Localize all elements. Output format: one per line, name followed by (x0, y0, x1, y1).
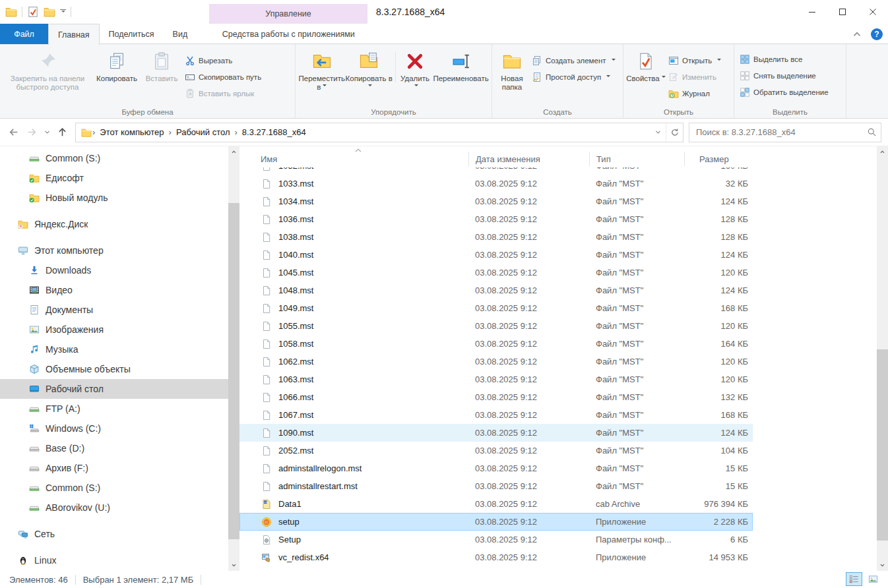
breadcrumb-desktop[interactable]: Рабочий стол (172, 127, 234, 137)
scroll-down-arrow-icon[interactable] (877, 560, 888, 571)
file-row[interactable]: 1Сsetup03.08.2025 9:12Приложение2 228 КБ (239, 513, 753, 531)
file-row[interactable]: 1045.mst03.08.2025 9:12Файл "MST"120 КБ (239, 264, 753, 281)
file-row[interactable]: 1048.mst03.08.2025 9:12Файл "MST"124 КБ (239, 281, 753, 299)
cut-button[interactable]: Вырезать (182, 53, 264, 67)
file-row[interactable]: 2052.mst03.08.2025 9:12Файл "MST"104 КБ (239, 442, 753, 459)
qat-properties-button[interactable] (27, 6, 39, 18)
tab-share[interactable]: Поделиться (100, 24, 164, 44)
recent-locations-button[interactable] (41, 123, 53, 142)
file-row[interactable]: vc_redist.x6403.08.2025 9:12Приложение14… (239, 548, 753, 566)
close-button[interactable] (858, 0, 888, 24)
tab-home[interactable]: Главная (48, 24, 100, 45)
sidebar-item[interactable]: Windows (C:) (0, 419, 228, 438)
qat-new-folder-button[interactable] (44, 6, 55, 18)
sidebar-item[interactable]: Сеть (0, 524, 228, 544)
copy-to-button[interactable]: Копировать в (345, 48, 392, 92)
edit-button[interactable]: Изменить (666, 70, 724, 84)
search-icon[interactable] (867, 127, 877, 137)
column-header-date[interactable]: Дата изменения (468, 152, 589, 166)
copy-button[interactable]: Копировать (92, 48, 141, 100)
scrollbar-thumb[interactable] (877, 349, 888, 541)
tab-file[interactable]: Файл (0, 24, 48, 44)
select-none-button[interactable]: Снять выделение (737, 69, 831, 82)
sidebar-item[interactable]: Common (S:) (0, 478, 228, 498)
file-row[interactable]: 1036.mst03.08.2025 9:12Файл "MST"128 КБ (239, 210, 753, 228)
back-button[interactable] (4, 123, 22, 142)
select-all-button[interactable]: Выделить все (737, 52, 831, 66)
qat-customize-button[interactable] (60, 9, 66, 15)
sidebar-item[interactable]: FTP (A:) (0, 399, 228, 419)
scroll-down-arrow-icon[interactable] (228, 560, 239, 571)
maximize-button[interactable] (827, 0, 858, 24)
sidebar-item[interactable]: Изображения (0, 320, 228, 339)
properties-button[interactable]: Свойства (626, 48, 666, 100)
file-row[interactable]: 1090.mst03.08.2025 9:12Файл "MST"124 КБ (239, 424, 753, 442)
sidebar-item[interactable]: Архив (F:) (0, 458, 228, 478)
invert-selection-button[interactable]: Обратить выделение (737, 85, 831, 99)
file-row[interactable]: 1040.mst03.08.2025 9:12Файл "MST"124 КБ (239, 246, 753, 264)
sidebar-item[interactable]: Видео (0, 280, 228, 300)
sidebar-item[interactable]: Downloads (0, 260, 228, 280)
file-row[interactable]: 1033.mst03.08.2025 9:12Файл "MST"32 КБ (239, 175, 753, 192)
move-to-button[interactable]: Переместить в (298, 48, 345, 92)
sidebar-item[interactable]: Этот компьютер (0, 241, 228, 260)
file-row[interactable]: 1055.mst03.08.2025 9:12Файл "MST"120 КБ (239, 317, 753, 335)
file-row[interactable]: Setup03.08.2025 9:12Параметры конф...6 К… (239, 531, 753, 548)
sidebar-item[interactable]: Рабочий стол (0, 379, 228, 399)
search-input[interactable] (696, 127, 867, 137)
tab-view[interactable]: Вид (164, 24, 197, 44)
paste-shortcut-button[interactable]: Вставить ярлык (182, 86, 264, 100)
sidebar-item[interactable]: Объемные объекты (0, 359, 228, 379)
scroll-up-arrow-icon[interactable] (877, 146, 888, 158)
sidebar-item[interactable]: Base (D:) (0, 438, 228, 458)
file-row[interactable]: 1067.mst03.08.2025 9:12Файл "MST"168 КБ (239, 406, 753, 424)
column-header-name[interactable]: Имя (239, 154, 468, 164)
file-row[interactable]: adminstallrelogon.mst03.08.2025 9:12Файл… (239, 459, 753, 477)
scroll-up-arrow-icon[interactable] (228, 146, 239, 158)
sidebar-item[interactable]: Common (S:) (0, 148, 228, 168)
sidebar-item[interactable]: Едисофт (0, 168, 228, 188)
scrollbar-thumb[interactable] (228, 203, 239, 539)
list-scrollbar[interactable] (877, 146, 888, 571)
sidebar-item[interactable]: Новый модуль (0, 188, 228, 208)
file-row[interactable]: 1049.mst03.08.2025 9:12Файл "MST"168 КБ (239, 299, 753, 317)
paste-button[interactable]: Вставить (141, 48, 182, 100)
sidebar-item[interactable]: ABorovikov (U:) (0, 498, 228, 517)
column-header-type[interactable]: Тип (589, 152, 684, 166)
new-folder-button[interactable]: Новая папка (495, 48, 529, 92)
file-row[interactable]: 1066.mst03.08.2025 9:12Файл "MST"132 КБ (239, 388, 753, 406)
breadcrumb-this-pc[interactable]: Этот компьютер (96, 127, 168, 137)
refresh-button[interactable] (666, 123, 683, 142)
sidebar-item[interactable]: Музыка (0, 339, 228, 359)
up-button[interactable] (53, 123, 71, 142)
file-row[interactable]: 1032.mst03.08.2025 9:12Файл "MST"160 КБ (239, 167, 753, 175)
address-bar[interactable]: › Этот компьютер › Рабочий стол › 8.3.27… (75, 123, 683, 142)
open-button[interactable]: Открыть (666, 53, 724, 67)
easy-access-button[interactable]: Простой доступ (529, 70, 618, 84)
copy-path-button[interactable]: \\... Скопировать путь (182, 70, 264, 84)
file-row[interactable]: caData103.08.2025 9:12cab Archive976 394… (239, 495, 753, 513)
pin-to-quick-access-button[interactable]: Закрепить на панели быстрого доступа (3, 48, 92, 100)
address-dropdown-button[interactable] (650, 123, 666, 142)
tab-app-tools[interactable]: Средства работы с приложениями (211, 24, 365, 44)
thumbnails-view-button[interactable] (865, 572, 881, 586)
minimize-button[interactable] (797, 0, 827, 24)
breadcrumb-current-folder[interactable]: 8.3.27.1688_x64 (238, 127, 310, 137)
collapse-ribbon-button[interactable] (851, 28, 863, 40)
rename-button[interactable]: Переименовать (431, 48, 490, 92)
history-button[interactable]: Журнал (666, 86, 724, 100)
details-view-button[interactable] (846, 572, 862, 586)
file-row[interactable]: 1058.mst03.08.2025 9:12Файл "MST"164 КБ (239, 335, 753, 353)
sidebar-item[interactable]: Документы (0, 300, 228, 320)
file-row[interactable]: 1062.mst03.08.2025 9:12Файл "MST"120 КБ (239, 353, 753, 370)
sidebar-scrollbar[interactable] (228, 146, 239, 571)
file-row[interactable]: adminstallrestart.mst03.08.2025 9:12Файл… (239, 477, 753, 495)
file-row[interactable]: 1063.mst03.08.2025 9:12Файл "MST"120 КБ (239, 370, 753, 388)
help-button[interactable]: ? (871, 28, 883, 40)
file-row[interactable]: 1038.mst03.08.2025 9:12Файл "MST"128 КБ (239, 228, 753, 246)
new-item-button[interactable]: Создать элемент (529, 53, 618, 67)
column-header-size[interactable]: Размер (684, 152, 753, 166)
sidebar-item[interactable]: Linux (0, 550, 228, 570)
delete-button[interactable]: Удалить (398, 48, 431, 92)
sidebar-item[interactable]: ЯЯндекс.Диск (0, 214, 228, 234)
